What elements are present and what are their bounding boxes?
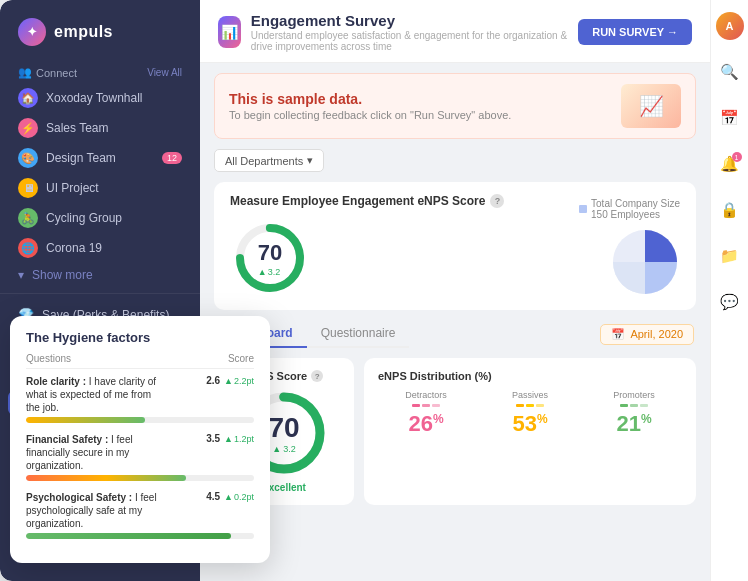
- gauge-number: 70: [258, 240, 282, 266]
- hygiene-row-financial: Financial Safety : I feel financially se…: [26, 433, 254, 481]
- prom-bar-2: [630, 404, 638, 407]
- filter-label: All Departments: [225, 155, 303, 167]
- det-bar-2: [422, 404, 430, 407]
- sidebar-item-ui[interactable]: 🖥 UI Project: [0, 173, 200, 203]
- lock-rail-icon[interactable]: 🔒: [716, 196, 744, 224]
- design-badge: 12: [162, 152, 182, 164]
- app-name: empuls: [54, 23, 113, 41]
- sidebar-item-cycling[interactable]: 🚴 Cycling Group: [0, 203, 200, 233]
- notification-badge: 1: [732, 152, 742, 162]
- hygiene-title: The Hygiene factors: [26, 330, 254, 345]
- filter-chevron-icon: ▾: [307, 154, 313, 167]
- prom-bar-3: [640, 404, 648, 407]
- group-name-ui: UI Project: [46, 181, 99, 195]
- dist-col-detractors: Detractors 26%: [378, 390, 474, 437]
- sidebar-item-corona[interactable]: 🌐 Corona 19: [0, 233, 200, 263]
- pass-bar-2: [526, 404, 534, 407]
- distribution-columns: Detractors 26% Passives: [378, 390, 682, 437]
- page-header: 📊 Engagement Survey Understand employee …: [200, 0, 710, 63]
- folder-rail-icon[interactable]: 📁: [716, 242, 744, 270]
- bottom-big-num: 70: [268, 412, 299, 444]
- banner-title: This is sample data.: [229, 91, 511, 107]
- hygiene-bar-fill-3: [26, 533, 231, 539]
- hygiene-bar-bg-3: [26, 533, 254, 539]
- sidebar-item-xoxoday[interactable]: 🏠 Xoxoday Townhall: [0, 83, 200, 113]
- connect-section-icon: 👥 Connect: [18, 66, 77, 79]
- user-avatar[interactable]: A: [716, 12, 744, 40]
- distribution-title: eNPS Distribution (%): [378, 370, 682, 382]
- sidebar-item-sales[interactable]: ⚡ Sales Team: [0, 113, 200, 143]
- group-name-cycling: Cycling Group: [46, 211, 122, 225]
- show-more-label: Show more: [32, 268, 93, 282]
- detractors-pct: 26%: [378, 411, 474, 437]
- det-bar-3: [432, 404, 440, 407]
- gauge-delta: ▲ 3.2: [258, 267, 282, 277]
- hygiene-row-2-header: Financial Safety : I feel financially se…: [26, 433, 254, 472]
- sidebar-show-more[interactable]: ▾ Show more: [0, 263, 200, 287]
- notification-rail-icon[interactable]: 🔔 1: [716, 150, 744, 178]
- survey-header-icon: 📊: [218, 16, 241, 48]
- group-icon-sales: ⚡: [18, 118, 38, 138]
- group-name-corona: Corona 19: [46, 241, 102, 255]
- hygiene-table-header: Questions Score: [26, 353, 254, 369]
- hygiene-bar-bg-2: [26, 475, 254, 481]
- banner-text: This is sample data. To begin collecting…: [229, 91, 511, 121]
- main-content: 📊 Engagement Survey Understand employee …: [200, 0, 710, 581]
- banner-image: 📈: [621, 84, 681, 128]
- pie-chart-svg: [590, 224, 680, 294]
- hygiene-row-2-label: Financial Safety : I feel financially se…: [26, 433, 166, 472]
- hygiene-row-3-header: Psychological Safety : I feel psychologi…: [26, 491, 254, 530]
- detractors-bars: [378, 404, 474, 407]
- run-survey-button[interactable]: RUN SURVEY →: [578, 19, 692, 45]
- det-bar-1: [412, 404, 420, 407]
- hygiene-score-3: 4.5: [206, 491, 220, 502]
- header-title-area: 📊 Engagement Survey Understand employee …: [218, 12, 578, 52]
- date-label: April, 2020: [630, 328, 683, 340]
- department-filter[interactable]: All Departments ▾: [214, 149, 324, 172]
- group-name-xoxoday: Xoxoday Townhall: [46, 91, 143, 105]
- legend-label: Total Company Size150 Employees: [591, 198, 680, 220]
- legend-dot: [579, 205, 587, 213]
- group-icon-cycling: 🚴: [18, 208, 38, 228]
- promoters-label: Promoters: [586, 390, 682, 400]
- header-text: Engagement Survey Understand employee sa…: [251, 12, 578, 52]
- enps-section: Measure Employee Engagement eNPS Score ?…: [214, 182, 696, 310]
- sidebar-item-design[interactable]: 🎨 Design Team 12: [0, 143, 200, 173]
- banner-subtitle: To begin collecting feedback click on "R…: [229, 109, 511, 121]
- promoters-pct: 21%: [586, 411, 682, 437]
- view-all-link[interactable]: View All: [147, 67, 182, 78]
- group-icon-design: 🎨: [18, 148, 38, 168]
- sidebar-logo: ✦ empuls: [0, 0, 200, 60]
- calendar-rail-icon[interactable]: 📅: [716, 104, 744, 132]
- hygiene-col-score: Score: [228, 353, 254, 364]
- hygiene-popup: The Hygiene factors Questions Score Role…: [10, 316, 270, 563]
- pie-legend: Total Company Size150 Employees: [579, 198, 680, 220]
- group-name-sales: Sales Team: [46, 121, 108, 135]
- tab-questionnaire[interactable]: Questionnaire: [307, 320, 410, 348]
- tabs-row: Dashboard Questionnaire 📅 April, 2020: [214, 320, 696, 348]
- connect-section-header: 👥 Connect View All: [0, 60, 200, 83]
- promoters-bars: [586, 404, 682, 407]
- hygiene-score-2-area: 3.5 ▲1.2pt: [206, 433, 254, 444]
- search-rail-icon[interactable]: 🔍: [716, 58, 744, 86]
- logo-icon: ✦: [18, 18, 46, 46]
- hygiene-delta-2: ▲1.2pt: [224, 434, 254, 444]
- chat-rail-icon[interactable]: 💬: [716, 288, 744, 316]
- group-icon-xoxoday: 🏠: [18, 88, 38, 108]
- enps-help-icon[interactable]: ?: [490, 194, 504, 208]
- bottom-delta: ▲3.2: [268, 444, 299, 454]
- pass-bar-1: [516, 404, 524, 407]
- hygiene-row-1-header: Role clarity : I have clarity of what is…: [26, 375, 254, 414]
- page-title: Engagement Survey: [251, 12, 578, 29]
- hygiene-row-role: Role clarity : I have clarity of what is…: [26, 375, 254, 423]
- group-name-design: Design Team: [46, 151, 116, 165]
- group-icon-ui: 🖥: [18, 178, 38, 198]
- passives-pct: 53%: [482, 411, 578, 437]
- enps-section-title: Measure Employee Engagement eNPS Score ?: [230, 194, 504, 208]
- right-rail: A 🔍 📅 🔔 1 🔒 📁 💬: [710, 0, 748, 581]
- sidebar-divider-1: [0, 293, 200, 294]
- enps-gauge-area: 70 ▲ 3.2: [230, 218, 504, 298]
- calendar-icon: 📅: [611, 328, 625, 341]
- hygiene-row-3-label: Psychological Safety : I feel psychologi…: [26, 491, 166, 530]
- pass-bar-3: [536, 404, 544, 407]
